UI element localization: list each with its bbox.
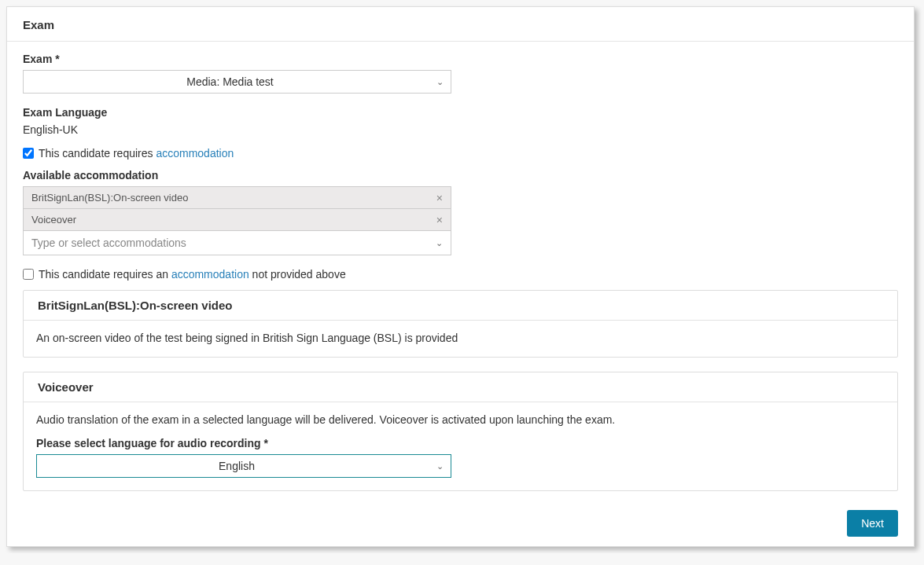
accommodation-link[interactable]: accommodation — [156, 147, 234, 160]
panel-bsl-title: BritSignLan(BSL):On-screen video — [24, 291, 897, 321]
requires-accommodation-checkbox[interactable] — [23, 148, 34, 159]
audio-language-select[interactable]: English — [36, 454, 451, 478]
exam-card: Exam Exam * Media: Media test ⌄ Exam Lan… — [6, 6, 915, 547]
panel-bsl: BritSignLan(BSL):On-screen video An on-s… — [23, 290, 898, 358]
accommodation-tag: Voiceover × — [24, 209, 451, 231]
exam-language-value: English-UK — [23, 123, 898, 136]
accommodation-input[interactable] — [24, 231, 451, 255]
requires-other-accommodation-label: This candidate requires an accommodation… — [39, 268, 346, 281]
card-title: Exam — [7, 7, 914, 42]
close-icon[interactable]: × — [436, 215, 443, 226]
accommodation-tag-label: BritSignLan(BSL):On-screen video — [31, 192, 188, 204]
exam-language-label: Exam Language — [23, 106, 898, 119]
next-button[interactable]: Next — [847, 510, 898, 537]
accommodation-link[interactable]: accommodation — [171, 268, 249, 281]
panel-voiceover-description: Audio translation of the exam in a selec… — [36, 413, 885, 426]
accommodation-tags-box: BritSignLan(BSL):On-screen video × Voice… — [23, 186, 451, 255]
accommodation-tag-label: Voiceover — [31, 214, 76, 226]
audio-language-label: Please select language for audio recordi… — [36, 437, 885, 449]
exam-label: Exam * — [23, 53, 898, 65]
panel-voiceover: Voiceover Audio translation of the exam … — [23, 372, 898, 491]
requires-other-accommodation-checkbox[interactable] — [23, 269, 34, 280]
exam-select[interactable]: Media: Media test — [23, 70, 451, 94]
requires-accommodation-label: This candidate requires accommodation — [39, 147, 234, 160]
panel-bsl-description: An on-screen video of the test being sig… — [36, 332, 458, 344]
panel-voiceover-title: Voiceover — [24, 372, 897, 402]
accommodation-tag: BritSignLan(BSL):On-screen video × — [24, 187, 451, 209]
close-icon[interactable]: × — [436, 193, 443, 204]
available-accommodation-label: Available accommodation — [23, 169, 898, 182]
